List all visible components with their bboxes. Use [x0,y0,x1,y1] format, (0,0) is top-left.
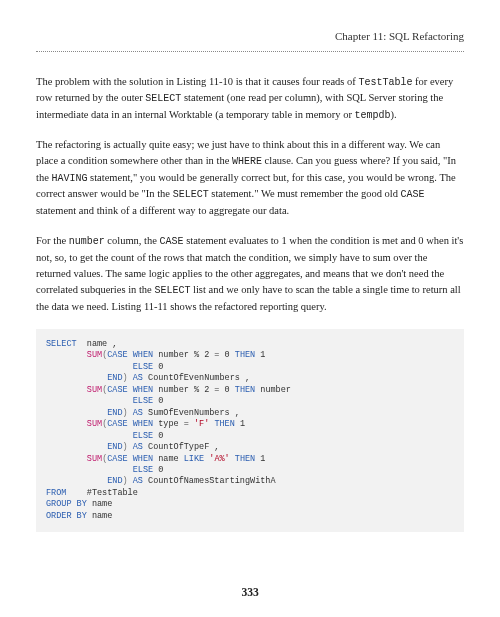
code-text: CountOfEvenNumbers , [143,373,250,383]
kw: THEN [235,385,255,395]
op: ) [123,476,133,486]
code-text: number % 2 = 0 [153,385,235,395]
code-text: name [87,499,113,509]
kw: ORDER BY [46,511,87,521]
code-text: 0 [153,396,163,406]
code-text [46,385,87,395]
code-text: 0 [153,465,163,475]
fn: SUM [87,454,102,464]
inline-code: CASE [401,189,425,200]
code-text: CountOfNamesStartingWithA [143,476,276,486]
code-text [46,419,87,429]
code-text: name [153,454,184,464]
inline-code: HAVING [51,173,87,184]
op: ) [123,408,133,418]
kw: CASE WHEN [107,350,153,360]
kw: GROUP BY [46,499,87,509]
inline-code: tempdb [355,110,391,121]
kw: AS [133,408,143,418]
text: The problem with the solution in Listing… [36,76,358,87]
kw: AS [133,476,143,486]
inline-code: WHERE [232,156,262,167]
str: 'A%' [209,454,229,464]
code-text [46,454,87,464]
code-text [46,350,87,360]
op: ) [123,442,133,452]
code-text [46,442,107,452]
code-text: name [87,511,113,521]
code-text: CountOfTypeF , [143,442,220,452]
kw: THEN [235,350,255,360]
inline-code: SELECT [154,285,190,296]
inline-code: TestTable [358,77,412,88]
code-text [46,362,133,372]
chapter-title: Chapter 11: SQL Refactoring [335,30,464,42]
code-text: 1 [235,419,245,429]
code-text: #TestTable [66,488,137,498]
kw: AS [133,442,143,452]
code-text: number [255,385,291,395]
kw: AS [133,373,143,383]
code-text: name , [77,339,118,349]
kw: END [107,442,122,452]
paragraph-2: The refactoring is actually quite easy; … [36,137,464,219]
kw: END [107,373,122,383]
text: statement." We must remember the good ol… [209,188,401,199]
inline-code: CASE [160,236,184,247]
kw: ELSE [133,465,153,475]
chapter-header: Chapter 11: SQL Refactoring [36,28,464,52]
code-text: type = [153,419,194,429]
code-text: 1 [255,454,265,464]
op: ) [123,373,133,383]
code-text [46,465,133,475]
inline-code: SELECT [173,189,209,200]
text: For the [36,235,69,246]
fn: SUM [87,385,102,395]
kw: ELSE [133,431,153,441]
code-text [46,476,107,486]
fn: SUM [87,350,102,360]
kw: CASE WHEN [107,385,153,395]
kw: END [107,408,122,418]
str: 'F' [194,419,209,429]
kw: ELSE [133,396,153,406]
kw: END [107,476,122,486]
code-text [46,396,133,406]
text: column, the [105,235,160,246]
fn: SUM [87,419,102,429]
kw: THEN [214,419,234,429]
code-block: SELECT name , SUM(CASE WHEN number % 2 =… [36,329,464,533]
code-text: 1 [255,350,265,360]
inline-code: number [69,236,105,247]
text: ). [391,109,397,120]
paragraph-1: The problem with the solution in Listing… [36,74,464,124]
kw: CASE WHEN [107,419,153,429]
kw: CASE WHEN [107,454,153,464]
kw: FROM [46,488,66,498]
kw: LIKE [184,454,204,464]
kw: ELSE [133,362,153,372]
code-text [46,408,107,418]
code-text: number % 2 = 0 [153,350,235,360]
code-text [46,431,133,441]
paragraph-3: For the number column, the CASE statemen… [36,233,464,315]
code-text [46,373,107,383]
code-text: 0 [153,362,163,372]
page-number: 333 [0,584,500,601]
kw: SELECT [46,339,77,349]
code-text: 0 [153,431,163,441]
kw: THEN [235,454,255,464]
inline-code: SELECT [145,93,181,104]
code-text: SumOfEvenNumbers , [143,408,240,418]
text: statement and think of a different way t… [36,205,289,216]
